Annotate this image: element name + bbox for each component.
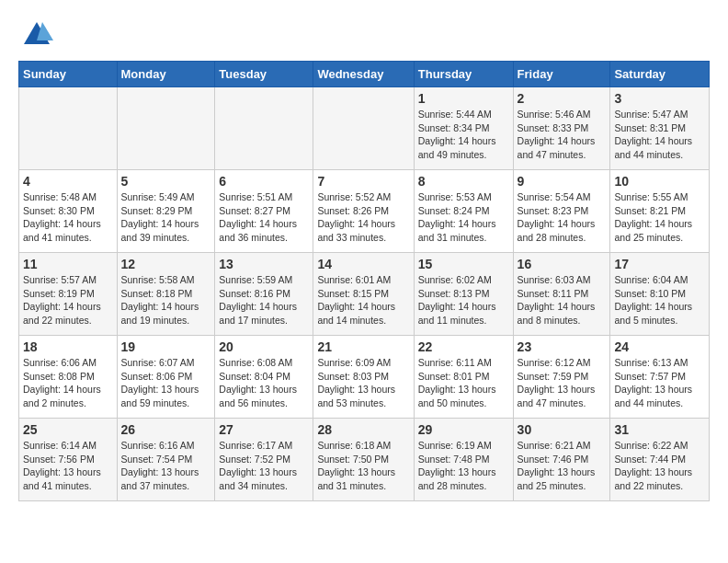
calendar-cell: 24Sunrise: 6:13 AM Sunset: 7:57 PM Dayli… (610, 336, 710, 419)
day-info: Sunrise: 6:17 AM Sunset: 7:52 PM Dayligh… (219, 439, 309, 493)
day-number: 8 (418, 174, 509, 189)
calendar-week-3: 11Sunrise: 5:57 AM Sunset: 8:19 PM Dayli… (19, 253, 710, 336)
day-number: 2 (518, 91, 607, 106)
calendar-cell: 17Sunrise: 6:04 AM Sunset: 8:10 PM Dayli… (610, 253, 710, 336)
calendar-cell: 10Sunrise: 5:55 AM Sunset: 8:21 PM Dayli… (610, 170, 710, 253)
calendar-cell: 28Sunrise: 6:18 AM Sunset: 7:50 PM Dayli… (313, 419, 414, 501)
day-number: 20 (219, 339, 309, 354)
calendar-cell: 26Sunrise: 6:16 AM Sunset: 7:54 PM Dayli… (117, 419, 215, 501)
day-number: 25 (23, 422, 113, 437)
calendar-cell (313, 87, 414, 170)
calendar-cell: 13Sunrise: 5:59 AM Sunset: 8:16 PM Dayli… (215, 253, 313, 336)
calendar-cell: 14Sunrise: 6:01 AM Sunset: 8:15 PM Dayli… (313, 253, 414, 336)
calendar-cell: 21Sunrise: 6:09 AM Sunset: 8:03 PM Dayli… (313, 336, 414, 419)
calendar-cell: 18Sunrise: 6:06 AM Sunset: 8:08 PM Dayli… (19, 336, 118, 419)
calendar-cell: 6Sunrise: 5:51 AM Sunset: 8:27 PM Daylig… (215, 170, 313, 253)
page-header (18, 18, 710, 52)
weekday-header-saturday: Saturday (610, 62, 710, 87)
calendar-cell: 30Sunrise: 6:21 AM Sunset: 7:46 PM Dayli… (513, 419, 610, 501)
calendar-cell: 16Sunrise: 6:03 AM Sunset: 8:11 PM Dayli… (513, 253, 610, 336)
day-number: 23 (518, 339, 607, 354)
calendar-week-2: 4Sunrise: 5:48 AM Sunset: 8:30 PM Daylig… (19, 170, 710, 253)
day-info: Sunrise: 6:14 AM Sunset: 7:56 PM Dayligh… (23, 439, 113, 493)
day-number: 27 (219, 422, 309, 437)
day-number: 30 (518, 422, 607, 437)
calendar-week-4: 18Sunrise: 6:06 AM Sunset: 8:08 PM Dayli… (19, 336, 710, 419)
day-info: Sunrise: 6:03 AM Sunset: 8:11 PM Dayligh… (518, 273, 607, 327)
day-number: 13 (219, 257, 309, 271)
weekday-row: SundayMondayTuesdayWednesdayThursdayFrid… (19, 62, 710, 87)
calendar-cell: 11Sunrise: 5:57 AM Sunset: 8:19 PM Dayli… (19, 253, 118, 336)
day-number: 21 (317, 339, 409, 354)
day-info: Sunrise: 6:12 AM Sunset: 7:59 PM Dayligh… (518, 356, 607, 410)
calendar-week-1: 1Sunrise: 5:44 AM Sunset: 8:34 PM Daylig… (19, 87, 710, 170)
weekday-header-friday: Friday (513, 62, 610, 87)
day-number: 15 (418, 257, 509, 271)
calendar-header: SundayMondayTuesdayWednesdayThursdayFrid… (19, 62, 710, 87)
weekday-header-sunday: Sunday (19, 62, 118, 87)
calendar-table: SundayMondayTuesdayWednesdayThursdayFrid… (18, 61, 710, 501)
calendar-cell: 27Sunrise: 6:17 AM Sunset: 7:52 PM Dayli… (215, 419, 313, 501)
calendar-cell: 20Sunrise: 6:08 AM Sunset: 8:04 PM Dayli… (215, 336, 313, 419)
day-number: 1 (418, 91, 509, 106)
day-number: 4 (23, 174, 113, 189)
calendar-cell: 9Sunrise: 5:54 AM Sunset: 8:23 PM Daylig… (513, 170, 610, 253)
calendar-cell: 8Sunrise: 5:53 AM Sunset: 8:24 PM Daylig… (414, 170, 513, 253)
calendar-cell: 1Sunrise: 5:44 AM Sunset: 8:34 PM Daylig… (414, 87, 513, 170)
calendar-cell: 19Sunrise: 6:07 AM Sunset: 8:06 PM Dayli… (117, 336, 215, 419)
calendar-cell (19, 87, 118, 170)
day-info: Sunrise: 6:11 AM Sunset: 8:01 PM Dayligh… (418, 356, 509, 410)
day-info: Sunrise: 6:13 AM Sunset: 7:57 PM Dayligh… (614, 356, 705, 410)
day-info: Sunrise: 5:55 AM Sunset: 8:21 PM Dayligh… (614, 190, 705, 245)
calendar-cell: 29Sunrise: 6:19 AM Sunset: 7:48 PM Dayli… (414, 419, 513, 501)
calendar-cell: 4Sunrise: 5:48 AM Sunset: 8:30 PM Daylig… (19, 170, 118, 253)
calendar-cell: 7Sunrise: 5:52 AM Sunset: 8:26 PM Daylig… (313, 170, 414, 253)
calendar-cell: 15Sunrise: 6:02 AM Sunset: 8:13 PM Dayli… (414, 253, 513, 336)
day-number: 22 (418, 339, 509, 354)
day-info: Sunrise: 5:58 AM Sunset: 8:18 PM Dayligh… (121, 273, 211, 327)
day-info: Sunrise: 6:19 AM Sunset: 7:48 PM Dayligh… (418, 439, 509, 493)
day-number: 29 (418, 422, 509, 437)
weekday-header-tuesday: Tuesday (215, 62, 313, 87)
calendar-cell (215, 87, 313, 170)
day-info: Sunrise: 5:46 AM Sunset: 8:33 PM Dayligh… (518, 108, 607, 162)
day-info: Sunrise: 6:07 AM Sunset: 8:06 PM Dayligh… (121, 356, 211, 410)
day-number: 3 (614, 91, 705, 106)
day-number: 7 (317, 174, 409, 189)
day-number: 24 (614, 339, 705, 354)
calendar-cell: 23Sunrise: 6:12 AM Sunset: 7:59 PM Dayli… (513, 336, 610, 419)
day-number: 12 (121, 257, 211, 271)
day-number: 26 (121, 422, 211, 437)
logo (18, 18, 53, 52)
day-number: 6 (219, 174, 309, 189)
calendar-body: 1Sunrise: 5:44 AM Sunset: 8:34 PM Daylig… (19, 87, 710, 501)
calendar-cell: 3Sunrise: 5:47 AM Sunset: 8:31 PM Daylig… (610, 87, 710, 170)
day-info: Sunrise: 5:47 AM Sunset: 8:31 PM Dayligh… (614, 108, 705, 162)
day-info: Sunrise: 6:02 AM Sunset: 8:13 PM Dayligh… (418, 273, 509, 327)
calendar-cell: 25Sunrise: 6:14 AM Sunset: 7:56 PM Dayli… (19, 419, 118, 501)
day-number: 19 (121, 339, 211, 354)
calendar-cell: 2Sunrise: 5:46 AM Sunset: 8:33 PM Daylig… (513, 87, 610, 170)
day-info: Sunrise: 6:22 AM Sunset: 7:44 PM Dayligh… (614, 439, 705, 493)
day-info: Sunrise: 5:54 AM Sunset: 8:23 PM Dayligh… (518, 190, 607, 245)
day-info: Sunrise: 6:01 AM Sunset: 8:15 PM Dayligh… (317, 273, 409, 327)
day-info: Sunrise: 6:21 AM Sunset: 7:46 PM Dayligh… (518, 439, 607, 493)
logo-icon (20, 18, 53, 52)
day-info: Sunrise: 5:51 AM Sunset: 8:27 PM Dayligh… (219, 190, 309, 245)
calendar-cell (117, 87, 215, 170)
day-number: 17 (614, 257, 705, 271)
day-info: Sunrise: 6:09 AM Sunset: 8:03 PM Dayligh… (317, 356, 409, 410)
day-info: Sunrise: 6:06 AM Sunset: 8:08 PM Dayligh… (23, 356, 113, 410)
day-info: Sunrise: 5:49 AM Sunset: 8:29 PM Dayligh… (121, 190, 211, 245)
day-info: Sunrise: 5:48 AM Sunset: 8:30 PM Dayligh… (23, 190, 113, 245)
weekday-header-monday: Monday (117, 62, 215, 87)
day-info: Sunrise: 5:52 AM Sunset: 8:26 PM Dayligh… (317, 190, 409, 245)
day-number: 14 (317, 257, 409, 271)
day-info: Sunrise: 6:18 AM Sunset: 7:50 PM Dayligh… (317, 439, 409, 493)
day-number: 11 (23, 257, 113, 271)
day-number: 5 (121, 174, 211, 189)
calendar-cell: 22Sunrise: 6:11 AM Sunset: 8:01 PM Dayli… (414, 336, 513, 419)
weekday-header-wednesday: Wednesday (313, 62, 414, 87)
day-number: 18 (23, 339, 113, 354)
day-info: Sunrise: 6:04 AM Sunset: 8:10 PM Dayligh… (614, 273, 705, 327)
